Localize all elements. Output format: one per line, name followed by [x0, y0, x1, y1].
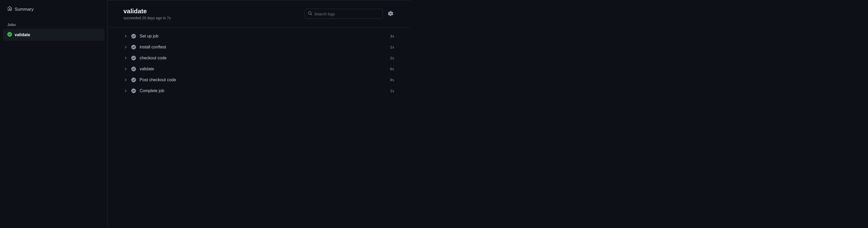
- check-circle-icon: [7, 32, 12, 38]
- sidebar-job-validate[interactable]: validate: [3, 29, 104, 41]
- right-empty-panel: [410, 0, 868, 228]
- step-duration: 1s: [390, 89, 394, 93]
- step-duration: 0s: [390, 78, 394, 82]
- search-logs-wrapper[interactable]: [305, 9, 383, 19]
- step-row[interactable]: Complete job 1s: [123, 85, 394, 96]
- jobs-header: Jobs: [3, 18, 104, 29]
- step-row[interactable]: Set up job 3s: [123, 31, 394, 42]
- chevron-right-icon: [123, 89, 128, 93]
- step-list: Set up job 3s install conftest 1s checko…: [108, 28, 410, 100]
- search-icon: [308, 11, 312, 16]
- step-row[interactable]: checkout code 2s: [123, 52, 394, 64]
- step-name: Complete job: [140, 88, 386, 93]
- chevron-right-icon: [123, 67, 128, 71]
- step-name: install conftest: [140, 45, 386, 49]
- step-name: validate: [140, 67, 386, 71]
- sidebar: Summary Jobs validate: [0, 0, 107, 228]
- step-name: Set up job: [140, 34, 386, 39]
- job-subtitle: succeeded 20 days ago in 7s: [123, 16, 171, 20]
- check-circle-icon: [131, 34, 136, 39]
- step-name: checkout code: [140, 56, 386, 61]
- search-input[interactable]: [314, 12, 379, 16]
- header-actions: [305, 9, 394, 19]
- check-circle-icon: [131, 67, 136, 71]
- check-circle-icon: [131, 78, 136, 82]
- chevron-right-icon: [123, 78, 128, 82]
- step-duration: 1s: [390, 45, 394, 49]
- chevron-right-icon: [123, 56, 128, 60]
- check-circle-icon: [131, 88, 136, 93]
- main-panel: validate succeeded 20 days ago in 7s: [107, 0, 410, 228]
- gear-icon: [388, 11, 393, 17]
- step-duration: 2s: [390, 56, 394, 60]
- main-header: validate succeeded 20 days ago in 7s: [108, 0, 410, 28]
- summary-label: Summary: [14, 7, 34, 12]
- job-title: validate: [123, 7, 171, 15]
- header-title-group: validate succeeded 20 days ago in 7s: [123, 7, 171, 20]
- sidebar-job-label: validate: [14, 33, 30, 37]
- step-duration: 0s: [390, 67, 394, 71]
- settings-button[interactable]: [387, 10, 394, 18]
- home-icon: [7, 6, 12, 12]
- step-name: Post checkout code: [140, 78, 386, 82]
- chevron-right-icon: [123, 34, 128, 38]
- step-duration: 3s: [390, 34, 394, 38]
- summary-link[interactable]: Summary: [3, 4, 104, 14]
- check-circle-icon: [131, 45, 136, 49]
- step-row[interactable]: Post checkout code 0s: [123, 74, 394, 85]
- chevron-right-icon: [123, 45, 128, 49]
- check-circle-icon: [131, 56, 136, 61]
- step-row[interactable]: install conftest 1s: [123, 42, 394, 52]
- step-row[interactable]: validate 0s: [123, 64, 394, 74]
